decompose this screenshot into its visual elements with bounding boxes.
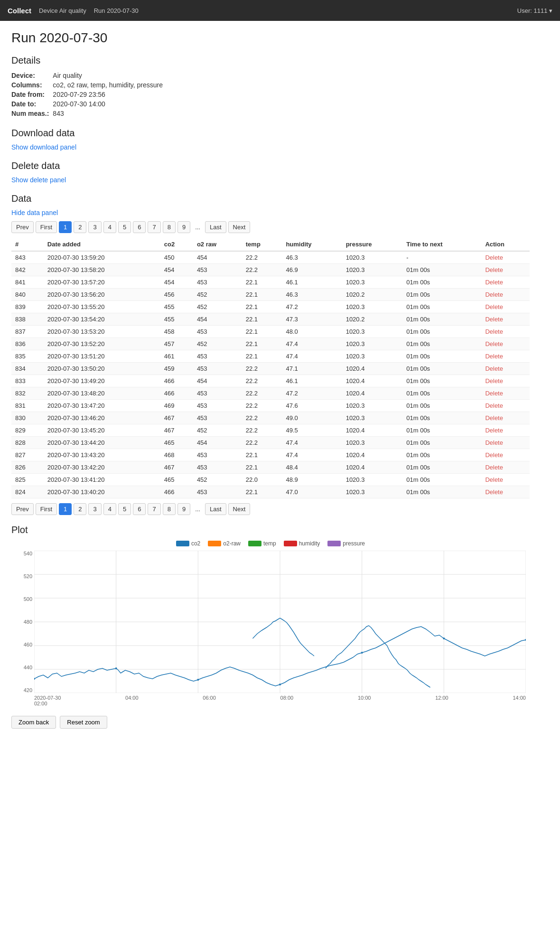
table-cell: 1020.2 <box>342 289 403 301</box>
delete-link-row-1[interactable]: Delete <box>485 266 503 273</box>
table-cell: 1020.3 <box>342 437 403 449</box>
page-first-btn[interactable]: First <box>36 221 57 233</box>
delete-link-row-15[interactable]: Delete <box>485 439 503 446</box>
show-download-link[interactable]: Show download panel <box>11 143 76 151</box>
legend-color-humidity <box>284 541 297 546</box>
chart-dot <box>279 684 281 685</box>
delete-link-row-11[interactable]: Delete <box>485 390 503 397</box>
page-num-btn-8[interactable]: 8 <box>163 503 176 515</box>
hide-data-panel-link[interactable]: Hide data panel <box>11 209 58 216</box>
table-row: 8262020-07-30 13:42:2046745322.148.41020… <box>11 461 530 474</box>
table-cell: 453 <box>193 276 242 289</box>
nav-run-link[interactable]: Run 2020-07-30 <box>94 7 139 14</box>
table-cell: 452 <box>193 289 242 301</box>
data-table: #Date addedco2o2 rawtemphumiditypressure… <box>11 238 530 498</box>
delete-link-row-7[interactable]: Delete <box>485 340 503 347</box>
plot-legend: co2o2-rawtemphumiditypressure <box>11 540 530 547</box>
delete-link-row-3[interactable]: Delete <box>485 291 503 298</box>
table-cell: 2020-07-30 13:59:20 <box>44 251 160 264</box>
page-next-btn[interactable]: Next <box>228 221 251 233</box>
page-num-btn-1[interactable]: 1 <box>59 503 72 515</box>
table-cell: 22.1 <box>242 313 282 326</box>
table-cell: 22.2 <box>242 363 282 375</box>
table-row: 8302020-07-30 13:46:2046745322.249.01020… <box>11 412 530 424</box>
delete-link-row-4[interactable]: Delete <box>485 303 503 310</box>
co2-peak2 <box>252 618 314 656</box>
table-cell: 01m 00s <box>402 387 481 400</box>
table-row: 8412020-07-30 13:57:2045445322.146.11020… <box>11 276 530 289</box>
table-cell: 454 <box>193 313 242 326</box>
reset-zoom-button[interactable]: Reset zoom <box>60 716 107 729</box>
table-header-o2-raw: o2 raw <box>193 238 242 251</box>
table-cell: 22.0 <box>242 474 282 486</box>
page-first-btn[interactable]: First <box>36 503 57 515</box>
page-num-btn-1[interactable]: 1 <box>59 221 72 233</box>
page-num-btn-4[interactable]: 4 <box>103 221 116 233</box>
page-num-btn-9[interactable]: 9 <box>177 221 190 233</box>
legend-item-temp: temp <box>248 540 276 547</box>
delete-link-row-17[interactable]: Delete <box>485 464 503 471</box>
table-cell: - <box>402 251 481 264</box>
table-cell: 2020-07-30 13:45:20 <box>44 424 160 437</box>
y-axis-label: 540 <box>24 551 32 556</box>
plot-heading: Plot <box>11 525 530 535</box>
delete-link-row-2[interactable]: Delete <box>485 279 503 286</box>
table-cell: 453 <box>193 412 242 424</box>
page-num-btn-7[interactable]: 7 <box>148 503 160 515</box>
table-cell: 467 <box>160 412 193 424</box>
table-cell: 1020.4 <box>342 449 403 461</box>
delete-link-row-6[interactable]: Delete <box>485 328 503 335</box>
page-num-btn-6[interactable]: 6 <box>133 221 146 233</box>
page-prev-btn[interactable]: Prev <box>11 503 34 515</box>
table-cell: 01m 00s <box>402 363 481 375</box>
show-delete-link[interactable]: Show delete panel <box>11 176 66 184</box>
table-cell: 2020-07-30 13:41:20 <box>44 474 160 486</box>
page-last-btn[interactable]: Last <box>205 503 226 515</box>
delete-link-row-8[interactable]: Delete <box>485 353 503 360</box>
delete-link-row-16[interactable]: Delete <box>485 451 503 459</box>
table-cell: 454 <box>193 437 242 449</box>
page-num-btn-9[interactable]: 9 <box>177 503 190 515</box>
download-heading: Download data <box>11 128 530 139</box>
table-cell: 842 <box>11 264 44 276</box>
delete-link-row-5[interactable]: Delete <box>485 316 503 323</box>
delete-link-row-13[interactable]: Delete <box>485 414 503 422</box>
delete-link-row-18[interactable]: Delete <box>485 476 503 483</box>
delete-link-row-19[interactable]: Delete <box>485 488 503 496</box>
delete-link-row-0[interactable]: Delete <box>485 254 503 261</box>
page-num-btn-5[interactable]: 5 <box>118 503 131 515</box>
delete-link-row-9[interactable]: Delete <box>485 365 503 372</box>
table-cell: 47.4 <box>282 338 342 350</box>
columns-label: Columns: <box>11 80 53 90</box>
delete-link-row-14[interactable]: Delete <box>485 427 503 434</box>
chart-dot <box>197 679 199 681</box>
page-num-btn-2[interactable]: 2 <box>74 503 86 515</box>
delete-link-row-12[interactable]: Delete <box>485 402 503 409</box>
page-num-btn-6[interactable]: 6 <box>133 503 146 515</box>
table-header-pressure: pressure <box>342 238 403 251</box>
zoom-back-button[interactable]: Zoom back <box>11 716 56 729</box>
table-cell: 01m 00s <box>402 424 481 437</box>
y-axis-label: 420 <box>24 687 32 693</box>
page-num-btn-7[interactable]: 7 <box>148 221 160 233</box>
page-prev-btn[interactable]: Prev <box>11 221 34 233</box>
nav-device-link[interactable]: Device Air quality <box>39 7 86 14</box>
table-header-time-to-next: Time to next <box>402 238 481 251</box>
page-num-btn-8[interactable]: 8 <box>163 221 176 233</box>
page-num-btn-3[interactable]: 3 <box>88 221 101 233</box>
page-next-btn[interactable]: Next <box>228 503 251 515</box>
legend-label-temp: temp <box>263 540 276 547</box>
page-num-btn-2[interactable]: 2 <box>74 221 86 233</box>
table-cell: 2020-07-30 13:58:20 <box>44 264 160 276</box>
table-cell: 2020-07-30 13:51:20 <box>44 350 160 363</box>
user-menu[interactable]: User: 1111 ▾ <box>517 7 552 14</box>
page-num-btn-4[interactable]: 4 <box>103 503 116 515</box>
page-num-btn-3[interactable]: 3 <box>88 503 101 515</box>
page-num-btn-5[interactable]: 5 <box>118 221 131 233</box>
page-last-btn[interactable]: Last <box>205 221 226 233</box>
table-cell: 835 <box>11 350 44 363</box>
brand-logo[interactable]: Collect <box>8 7 31 15</box>
delete-link-row-10[interactable]: Delete <box>485 377 503 384</box>
table-cell: 22.1 <box>242 289 282 301</box>
table-row: 8242020-07-30 13:40:2046645322.147.01020… <box>11 486 530 498</box>
